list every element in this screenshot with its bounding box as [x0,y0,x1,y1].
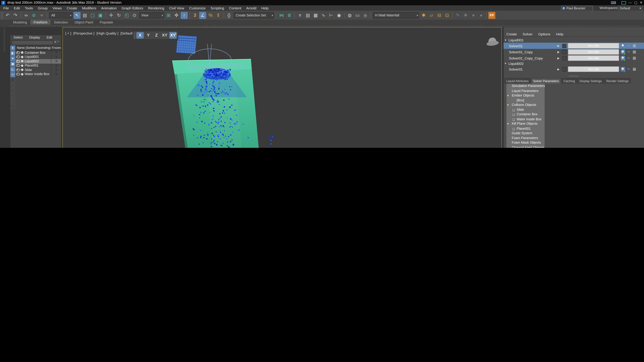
select-and-link-icon[interactable]: ∞ [23,12,30,19]
name-column-header[interactable]: Name (Sorted Ascending) ▲ [16,46,51,50]
unlink-selection-icon[interactable]: ⊘ [30,12,38,19]
visibility-eye-icon[interactable] [16,60,20,63]
solver-checkbox[interactable] [562,50,566,54]
tab-display-settings[interactable]: Display Settings [578,78,604,84]
frozen-snowflake-icon[interactable]: ❄ [51,51,61,54]
axis-constraint-y[interactable]: Y [144,32,152,38]
mirror-icon[interactable]: ⋈ [278,12,285,19]
liquid-solver-icon[interactable] [620,67,625,71]
paint-deform-icon[interactable]: ✎ [454,12,461,19]
tab-caching[interactable]: Caching [562,78,577,84]
tree-node-collisionobjects[interactable]: Collision Objects [506,103,545,107]
tab-solver-parameters[interactable]: Solver Parameters [531,78,561,84]
menu-scripting[interactable]: Scripting [208,6,226,10]
menu-content[interactable]: Content [226,6,244,10]
explorer-drag-handle[interactable] [4,27,5,52]
select-and-move-icon[interactable]: ✛ [108,12,115,19]
filter-cameras-icon[interactable]: ▣ [10,61,15,66]
tree-node-containerbox[interactable]: Container Box [506,112,545,117]
menu-graph-editors[interactable]: Graph Editors [119,6,146,10]
explorer-menu-display[interactable]: Display [26,35,43,39]
visibility-eye-icon[interactable] [16,64,20,67]
workspace-select[interactable]: Default [618,6,642,11]
scene-converter-icon[interactable]: ✱ [420,12,427,19]
viewcube[interactable] [486,37,499,46]
menu-arnold[interactable]: Arnold [244,6,259,10]
render-setup-icon[interactable]: ◍ [346,12,353,19]
frozen-snowflake-icon[interactable]: ❄ [51,60,61,63]
solver-checkbox[interactable] [562,44,566,48]
align-icon[interactable]: ≣ [286,12,293,19]
edit-named-selection-sets-icon[interactable]: {} [226,12,232,19]
tree-node-channelfieldobjects[interactable]: Channel Field Objects [506,145,545,148]
toggle-layer-explorer-icon[interactable]: ▤ [304,12,312,19]
perspective-viewport[interactable]: x y z [ + ][Perspective ][High Quality ]… [62,27,502,148]
ribbon-tab-object-paint[interactable]: Object Paint [71,20,96,25]
tab-liquid-attributes[interactable]: Liquid Attributes [504,78,531,84]
select-and-manipulate-icon[interactable]: ✜ [173,12,180,19]
filter-geometry-icon[interactable]: ● [10,45,15,50]
project-folder-dropdown[interactable]: H:\Wall Waterfall [373,12,419,18]
grid-icon[interactable]: ▦ [632,43,636,48]
material-editor-icon[interactable]: ◉ [336,12,343,19]
filter-groups-icon[interactable]: ◍ [10,78,15,82]
tree-node-emitterobjects[interactable]: Emitter Objects [506,93,545,98]
tree-node-box[interactable]: [Box] [506,98,545,103]
run-simulation-icon[interactable]: ▶ [557,44,562,47]
filter-lights-icon[interactable]: ✦ [10,56,15,61]
tree-node-slide[interactable]: Slide [506,107,545,112]
viewport-menu[interactable]: [ + ] [65,31,71,35]
open-script-icon[interactable]: ▱ [428,12,435,19]
menu-civil-view[interactable]: Civil View [167,6,187,10]
menu-views[interactable]: Views [50,6,64,10]
run-simulation-icon[interactable]: ▶ [557,50,562,54]
snap-toggle-3d-icon[interactable]: 3 [191,12,198,19]
run-simulation-icon[interactable]: ▶ [557,56,562,60]
waves-icon[interactable]: ≈ [626,43,631,48]
percent-snap-toggle-icon[interactable]: % [207,12,214,19]
ribbon-tab-modeling[interactable]: Modeling [10,20,30,25]
toggle-scene-explorer-icon[interactable]: ≡ [296,12,304,19]
window-crossing-toggle-icon[interactable]: ▣ [97,12,104,19]
menu-file[interactable]: File [1,6,12,10]
explorer-column-headers[interactable]: Name (Sorted Ascending) ▲ Frozen [16,45,62,51]
run-simulation-icon[interactable]: ▶ [557,67,562,71]
splitter-handle[interactable] [569,76,578,77]
filter-particles-icon[interactable]: ○ [10,99,15,104]
liquid-group-liquid002[interactable]: Liquid002 [504,61,644,66]
toolbar-drag-handle[interactable] [134,32,135,38]
solver-checkbox[interactable] [562,67,566,71]
reference-coordinate-system-dropdown[interactable]: View [139,12,164,18]
object-row-plane001[interactable]: Plane001❄ [16,63,61,68]
liquid-solver-icon[interactable] [620,56,625,60]
viewport-quality-label[interactable]: [High Quality ] [96,31,118,35]
tree-node-simulationparameters[interactable]: Simulation Parameters [506,84,545,88]
keyboard-shortcut-override-icon[interactable]: ↑ [181,12,188,19]
visibility-eye-icon[interactable] [16,73,20,76]
filter-containers-icon[interactable]: ◇ [10,93,15,98]
explorer-menu-select[interactable]: Select [10,35,26,39]
menu-help[interactable]: Help [259,6,271,10]
frozen-snowflake-icon[interactable]: ❄ [51,64,61,67]
object-row-liquid002[interactable]: Liquid002❄ [16,59,61,63]
filter-xrefs-icon[interactable]: □ [10,83,15,88]
waves-icon[interactable]: ≈ [626,67,631,71]
visibility-eye-icon[interactable] [16,68,20,71]
menu-tools[interactable]: Tools [22,6,36,10]
select-object-icon[interactable]: ↖ [74,12,80,19]
tree-node-foamparameters[interactable]: Foam Parameters [506,136,545,140]
frozen-snowflake-icon[interactable]: ❄ [51,72,61,76]
ribbon-tab-selection[interactable]: Selection [51,20,71,25]
tree-node-foammaskobjects[interactable]: Foam Mask Objects [506,140,545,145]
select-and-rotate-icon[interactable]: ↻ [116,12,122,19]
use-pivot-point-center-icon[interactable]: ⊞ [165,12,172,19]
paint-add-icon[interactable]: ✚ [462,12,469,19]
viewport-pov-label[interactable]: [Perspective ] [73,31,94,35]
fluids-menu-solver[interactable]: Solver [520,32,535,36]
rendered-frame-window-icon[interactable]: ▭ [354,12,361,19]
toolbar-drag-handle[interactable] [1,12,3,19]
menu-customize[interactable]: Customize [187,6,208,10]
filter-other-icon[interactable]: ▽ [10,104,15,109]
tree-node-guidesystem[interactable]: Guide System [506,131,545,136]
liquid-group-liquid001[interactable]: Liquid001 [504,38,644,42]
